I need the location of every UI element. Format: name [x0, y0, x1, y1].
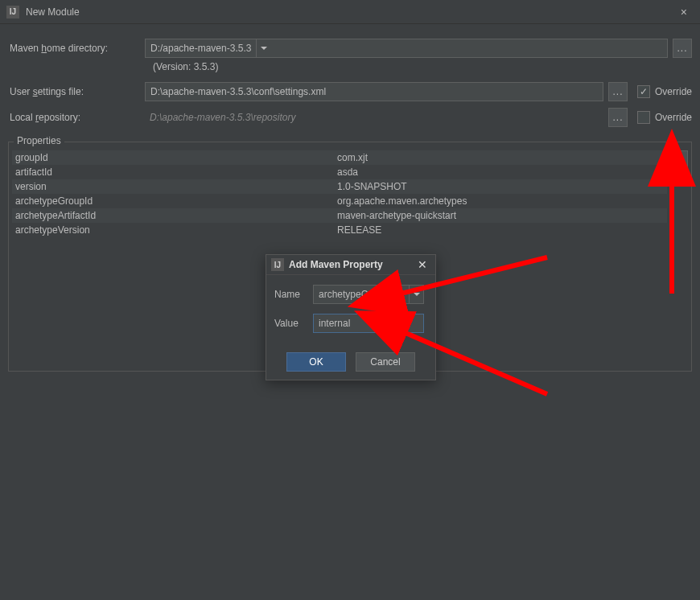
property-value: maven-archetype-quickstart [337, 210, 664, 221]
value-value: internal [319, 318, 350, 329]
dialog-titlebar: IJ Add Maven Property ✕ [266, 255, 435, 275]
add-maven-property-dialog: IJ Add Maven Property ✕ Name archetypeCa… [266, 254, 436, 380]
ok-button[interactable]: OK [286, 352, 346, 372]
close-icon[interactable]: ✕ [414, 258, 430, 271]
table-row[interactable]: groupId com.xjt [12, 150, 667, 165]
local-repo-input[interactable]: D:\apache-maven-3.5.3\repository [145, 108, 603, 127]
value-input[interactable]: internal [313, 314, 424, 333]
maven-home-browse-button[interactable]: ... [673, 39, 692, 58]
user-settings-browse-button[interactable]: ... [608, 82, 628, 101]
table-row[interactable]: artifactId asda [12, 165, 667, 179]
maven-config-form: Maven home directory: D:/apache-maven-3.… [0, 24, 700, 137]
local-repo-override-checkbox[interactable] [637, 111, 650, 124]
dialog-title: Add Maven Property [289, 259, 414, 270]
add-property-button[interactable]: + [670, 150, 688, 168]
maven-home-value: D:/apache-maven-3.5.3 [150, 43, 251, 54]
table-row[interactable]: archetypeArtifactId maven-archetype-quic… [12, 208, 667, 223]
app-icon: IJ [6, 6, 19, 18]
user-settings-input[interactable]: D:\apache-maven-3.5.3\conf\settings.xml [145, 82, 603, 101]
close-icon[interactable]: × [674, 6, 694, 18]
table-row[interactable]: archetypeVersion RELEASE [12, 223, 667, 237]
property-key: archetypeArtifactId [15, 210, 337, 221]
user-settings-label: User settings file: [8, 86, 145, 97]
local-repo-override-label: Override [655, 112, 692, 123]
local-repo-label: Local repository: [8, 112, 145, 123]
name-combo[interactable]: archetypeCatalog [313, 285, 424, 304]
property-value: com.xjt [337, 152, 664, 163]
value-label: Value [274, 318, 313, 329]
properties-legend: Properties [14, 135, 64, 146]
chevron-down-icon[interactable] [409, 286, 423, 303]
property-key: version [15, 181, 337, 192]
maven-home-row: Maven home directory: D:/apache-maven-3.… [8, 39, 692, 58]
user-settings-override-label: Override [655, 86, 692, 97]
cancel-button[interactable]: Cancel [356, 352, 415, 372]
property-key: archetypeVersion [15, 224, 337, 236]
property-key: archetypeGroupId [15, 195, 337, 207]
local-repo-value: D:\apache-maven-3.5.3\repository [150, 112, 295, 123]
local-repo-browse-button[interactable]: ... [608, 108, 628, 127]
user-settings-value: D:\apache-maven-3.5.3\conf\settings.xml [150, 86, 326, 97]
maven-version-note: (Version: 3.5.3) [153, 61, 692, 72]
property-key: groupId [15, 152, 337, 163]
table-row[interactable]: archetypeGroupId org.apache.maven.archet… [12, 194, 667, 208]
maven-home-label: Maven home directory: [8, 43, 145, 54]
property-value: RELEASE [337, 224, 664, 236]
chevron-down-icon[interactable] [256, 39, 270, 57]
window-title: New Module [26, 6, 674, 18]
maven-home-combo[interactable]: D:/apache-maven-3.5.3 [145, 39, 668, 58]
titlebar: IJ New Module × [0, 0, 700, 24]
name-value: archetypeCatalog [319, 289, 394, 300]
name-label: Name [274, 289, 313, 300]
local-repo-row: Local repository: D:\apache-maven-3.5.3\… [8, 108, 692, 127]
property-value: org.apache.maven.archetypes [337, 195, 664, 207]
property-value: asda [337, 166, 664, 178]
property-value: 1.0-SNAPSHOT [337, 181, 664, 192]
app-icon: IJ [271, 258, 284, 271]
user-settings-row: User settings file: D:\apache-maven-3.5.… [8, 82, 692, 101]
user-settings-override-checkbox[interactable] [637, 85, 650, 98]
property-key: artifactId [15, 166, 337, 178]
table-row[interactable]: version 1.0-SNAPSHOT [12, 179, 667, 194]
